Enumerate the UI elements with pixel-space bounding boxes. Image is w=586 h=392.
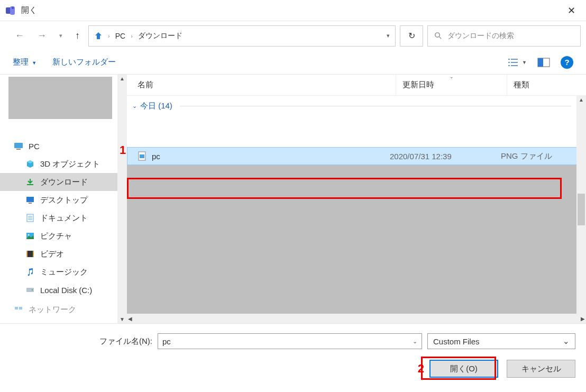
breadcrumb-pc[interactable]: PC — [115, 32, 125, 40]
tree-item-videos[interactable]: ビデオ — [0, 245, 117, 263]
location-icon — [94, 32, 103, 40]
downloads-icon — [25, 177, 35, 187]
music-icon — [25, 267, 35, 277]
view-options-button[interactable]: ▼ — [507, 58, 527, 67]
svg-point-2 — [12, 6, 14, 8]
desktop-icon — [25, 195, 35, 205]
back-button[interactable]: ← — [11, 27, 29, 44]
refresh-button[interactable]: ↻ — [400, 25, 423, 47]
file-type: PNG ファイル — [501, 151, 585, 161]
svg-rect-14 — [16, 149, 21, 150]
preview-pane-button[interactable] — [537, 58, 550, 67]
forward-button[interactable]: → — [33, 27, 51, 44]
body-area: PC 3D オブジェクト ダウンロード デスクトップ ドキュメント ピクチャ — [0, 75, 586, 323]
filetype-value: Custom Files — [433, 337, 480, 346]
svg-rect-25 — [26, 251, 28, 257]
chevron-down-icon: ▼ — [522, 60, 527, 65]
svg-rect-32 — [140, 154, 144, 158]
svg-rect-16 — [26, 197, 34, 202]
search-icon — [434, 32, 442, 40]
tree-item-network[interactable]: ネットワーク — [0, 304, 117, 315]
filename-value: pc — [162, 337, 171, 346]
scroll-up-icon[interactable]: ▲ — [579, 97, 584, 103]
annotation-box-1 — [127, 178, 562, 199]
file-date: 2020/07/31 12:39 — [390, 152, 501, 161]
svg-rect-30 — [19, 307, 22, 309]
help-button[interactable]: ? — [561, 56, 573, 69]
tree-item-pc[interactable]: PC — [0, 137, 117, 155]
scroll-up-icon[interactable]: ▲ — [120, 76, 125, 81]
documents-icon — [25, 213, 35, 223]
search-placeholder: ダウンロードの検索 — [447, 31, 514, 41]
toolbar: 整理 ▼ 新しいフォルダー ▼ ? — [0, 50, 586, 75]
filename-input[interactable]: pc ⌄ — [158, 333, 422, 349]
address-bar[interactable]: › PC › ダウンロード ▾ — [88, 25, 396, 47]
open-button[interactable]: 開く(O) — [429, 360, 498, 378]
svg-point-23 — [28, 234, 30, 236]
annotation-number-2: 2 — [418, 362, 424, 376]
breadcrumb-sep-icon: › — [108, 33, 110, 39]
tree-item-music[interactable]: ミュージック — [0, 263, 117, 281]
svg-point-28 — [32, 289, 33, 290]
pc-icon — [14, 141, 23, 151]
column-headers: 名前 ⌄更新日時 種類 — [127, 75, 586, 96]
svg-rect-13 — [14, 143, 23, 148]
file-list-pane: 名前 ⌄更新日時 種類 ⌄ 今日 (14) pc 2020/07/31 12:3… — [127, 75, 586, 323]
chevron-down-icon[interactable]: ⌄ — [413, 338, 417, 345]
preview-thumbnail — [8, 77, 112, 119]
svg-rect-15 — [27, 184, 33, 185]
chevron-down-icon[interactable]: ⌄ — [563, 336, 570, 346]
svg-rect-29 — [15, 307, 18, 309]
annotation-number-1: 1 — [120, 143, 126, 157]
svg-line-4 — [439, 37, 441, 39]
scrollbar-thumb[interactable] — [578, 194, 585, 225]
navigation-bar: ← → ▾ ↑ › PC › ダウンロード ▾ ↻ ダウンロードの検索 — [0, 21, 586, 50]
svg-rect-12 — [538, 58, 543, 67]
pictures-icon — [25, 231, 35, 241]
sidebar-scrollbar[interactable]: ▲ ▼ — [117, 75, 127, 323]
3d-objects-icon — [25, 159, 35, 169]
cancel-button[interactable]: キャンセル — [507, 360, 575, 378]
svg-rect-17 — [29, 203, 32, 204]
file-row[interactable]: pc 2020/07/31 12:39 PNG ファイル — [127, 147, 586, 165]
horizontal-scrollbar[interactable]: ◀ ▶ — [127, 314, 586, 323]
search-input[interactable]: ダウンロードの検索 — [427, 25, 581, 47]
videos-icon — [25, 249, 35, 259]
svg-rect-24 — [26, 251, 34, 257]
folder-tree: PC 3D オブジェクト ダウンロード デスクトップ ドキュメント ピクチャ — [0, 75, 117, 323]
svg-rect-26 — [33, 251, 34, 257]
tree-item-desktop[interactable]: デスクトップ — [0, 191, 117, 209]
new-folder-button[interactable]: 新しいフォルダー — [52, 57, 116, 67]
app-icon — [5, 5, 16, 16]
window-title: 開く — [21, 5, 37, 15]
tree-item-downloads[interactable]: ダウンロード — [0, 173, 117, 191]
chevron-down-icon: ▼ — [32, 60, 36, 66]
chevron-down-icon: ⌄ — [132, 103, 137, 110]
column-type[interactable]: 種類 — [507, 75, 586, 95]
column-name[interactable]: 名前 — [138, 80, 396, 90]
address-dropdown-icon[interactable]: ▾ — [387, 32, 390, 39]
scroll-down-icon[interactable]: ▼ — [120, 316, 125, 322]
tree-item-local-disk[interactable]: Local Disk (C:) — [0, 281, 117, 299]
scroll-left-icon[interactable]: ◀ — [128, 316, 132, 322]
history-dropdown-icon[interactable]: ▾ — [55, 29, 67, 42]
disk-icon — [25, 285, 35, 295]
column-date[interactable]: ⌄更新日時 — [396, 75, 507, 95]
close-icon[interactable]: ✕ — [562, 3, 581, 19]
scroll-right-icon[interactable]: ▶ — [581, 316, 585, 322]
sidebar: PC 3D オブジェクト ダウンロード デスクトップ ドキュメント ピクチャ — [0, 75, 127, 323]
file-name: pc — [152, 152, 160, 161]
vertical-scrollbar[interactable]: ▲ ▼ — [576, 96, 586, 314]
tree-item-3d-objects[interactable]: 3D オブジェクト — [0, 155, 117, 173]
breadcrumb-downloads[interactable]: ダウンロード — [138, 31, 182, 41]
tree-item-pictures[interactable]: ピクチャ — [0, 227, 117, 245]
tree-item-documents[interactable]: ドキュメント — [0, 209, 117, 227]
up-button[interactable]: ↑ — [71, 27, 84, 44]
filetype-select[interactable]: Custom Files ⌄ — [427, 333, 575, 349]
file-area: ⌄ 今日 (14) pc 2020/07/31 12:39 PNG ファイル ▲ — [127, 96, 586, 314]
filename-label: ファイル名(N): — [99, 336, 152, 347]
group-header-today[interactable]: ⌄ 今日 (14) — [127, 96, 586, 114]
footer: ファイル名(N): pc ⌄ Custom Files ⌄ 2 開く(O) キャ… — [0, 323, 586, 383]
file-icon — [138, 151, 146, 161]
organize-button[interactable]: 整理 ▼ — [13, 57, 36, 67]
